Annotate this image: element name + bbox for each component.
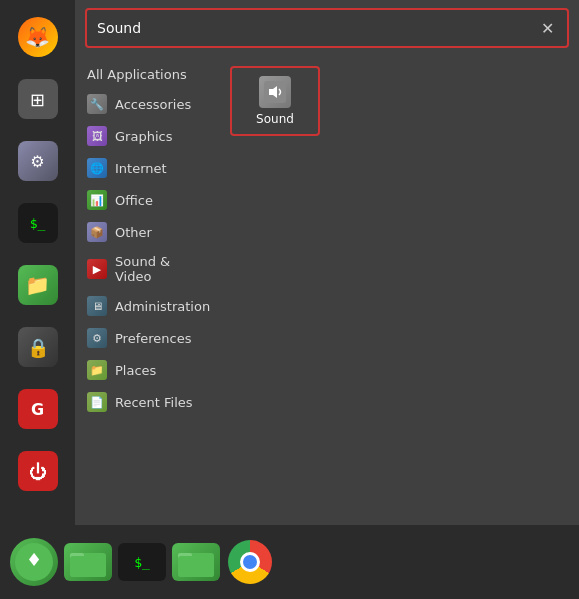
internet-label: Internet (115, 161, 167, 176)
taskbar-terminal-icon: $_ (118, 543, 166, 581)
taskbar: ♦ $_ (0, 525, 579, 599)
accessories-icon: 🔧 (87, 94, 107, 114)
sound-app-icon (259, 76, 291, 108)
administration-icon: 🖥 (87, 296, 107, 316)
taskbar-folder1-icon (64, 543, 112, 581)
folder-icon: 📁 (25, 273, 50, 297)
recent-files-label: Recent Files (115, 395, 193, 410)
terminal-icon: $_ (30, 216, 46, 231)
sidebar: 🦊 ⊞ ⚙ $_ 📁 🔒 G ⏻ (0, 0, 75, 525)
graphics-icon: 🖼 (87, 126, 107, 146)
recent-files-icon: 📄 (87, 392, 107, 412)
taskbar-item-folder2[interactable] (172, 538, 220, 586)
search-input[interactable] (97, 20, 537, 36)
main-content: ✕ All Applications 🔧 Accessories 🖼 Graph… (75, 0, 579, 525)
search-clear-button[interactable]: ✕ (537, 18, 557, 38)
taskbar-chrome-icon (226, 538, 274, 586)
places-label: Places (115, 363, 156, 378)
category-item-office[interactable]: 📊 Office (75, 184, 220, 216)
app-result-sound[interactable]: Sound (230, 66, 320, 136)
sidebar-item-appgrid[interactable]: ⊞ (9, 70, 67, 128)
app-results: Sound (220, 56, 579, 525)
sound-app-label: Sound (256, 112, 294, 126)
sidebar-item-power[interactable]: ⏻ (9, 442, 67, 500)
appgrid-icon: ⊞ (30, 89, 45, 110)
taskbar-item-terminal[interactable]: $_ (118, 538, 166, 586)
category-item-places[interactable]: 📁 Places (75, 354, 220, 386)
taskbar-item-chrome[interactable] (226, 538, 274, 586)
administration-label: Administration (115, 299, 210, 314)
category-item-internet[interactable]: 🌐 Internet (75, 152, 220, 184)
search-bar: ✕ (85, 8, 569, 48)
sidebar-item-folder[interactable]: 📁 (9, 256, 67, 314)
taskbar-item-folder1[interactable] (64, 538, 112, 586)
internet-icon: 🌐 (87, 158, 107, 178)
office-icon: 📊 (87, 190, 107, 210)
sidebar-item-terminal[interactable]: $_ (9, 194, 67, 252)
power-icon: ⏻ (29, 461, 47, 482)
all-applications-item[interactable]: All Applications (75, 61, 220, 88)
sidebar-item-firefox[interactable]: 🦊 (9, 8, 67, 66)
category-item-accessories[interactable]: 🔧 Accessories (75, 88, 220, 120)
accessories-label: Accessories (115, 97, 191, 112)
places-icon: 📁 (87, 360, 107, 380)
grub-icon: G (31, 400, 44, 419)
taskbar-folder2-icon (172, 543, 220, 581)
category-item-graphics[interactable]: 🖼 Graphics (75, 120, 220, 152)
category-item-other[interactable]: 📦 Other (75, 216, 220, 248)
svg-rect-9 (178, 556, 214, 577)
mint-logo-icon: ♦ (10, 538, 58, 586)
content-area: All Applications 🔧 Accessories 🖼 Graphic… (75, 56, 579, 525)
sidebar-item-tweaks[interactable]: ⚙ (9, 132, 67, 190)
svg-text:♦: ♦ (26, 549, 42, 570)
category-item-recent-files[interactable]: 📄 Recent Files (75, 386, 220, 418)
sidebar-item-grub[interactable]: G (9, 380, 67, 438)
tweaks-icon: ⚙ (30, 152, 44, 171)
soundvideo-icon: ▶ (87, 259, 107, 279)
preferences-icon: ⚙ (87, 328, 107, 348)
firefox-icon: 🦊 (25, 25, 50, 49)
other-label: Other (115, 225, 152, 240)
category-item-administration[interactable]: 🖥 Administration (75, 290, 220, 322)
taskbar-item-mint[interactable]: ♦ (10, 538, 58, 586)
office-label: Office (115, 193, 153, 208)
other-icon: 📦 (87, 222, 107, 242)
soundvideo-label: Sound & Video (115, 254, 208, 284)
category-list: All Applications 🔧 Accessories 🖼 Graphic… (75, 56, 220, 525)
graphics-label: Graphics (115, 129, 172, 144)
svg-rect-6 (70, 556, 106, 577)
category-item-preferences[interactable]: ⚙ Preferences (75, 322, 220, 354)
category-item-sound-video[interactable]: ▶ Sound & Video (75, 248, 220, 290)
preferences-label: Preferences (115, 331, 191, 346)
sidebar-item-lock[interactable]: 🔒 (9, 318, 67, 376)
lock-icon: 🔒 (27, 337, 49, 358)
